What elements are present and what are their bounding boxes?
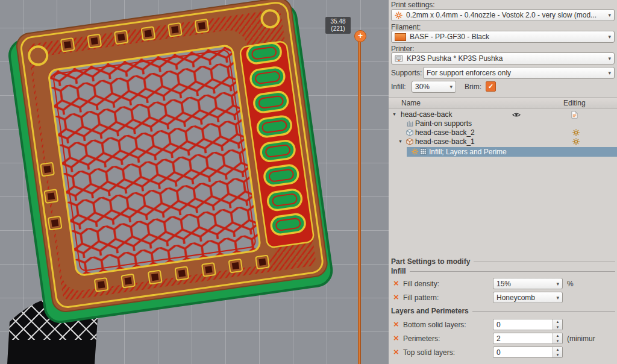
- print-settings-label: Print settings:: [391, 1, 435, 9]
- object-name: Paint-on supports: [415, 119, 472, 128]
- bottom-solid-layers-value: 0: [493, 321, 553, 329]
- top-solid-layers-label: Top solid layers:: [403, 348, 455, 357]
- fill-density-value: 15%: [496, 280, 554, 288]
- brim-label: Brim:: [465, 83, 481, 91]
- perimeters-input[interactable]: 2 ▲▼: [493, 333, 563, 344]
- tree-row-settings-selected[interactable]: Infill; Layers and Perime: [407, 147, 617, 157]
- bottom-solid-layers-label: Bottom solid layers:: [403, 321, 466, 329]
- filament-value: BASF - PP-GF30 - Black: [410, 33, 606, 41]
- infill-section-header: Infill: [391, 267, 615, 275]
- printer-icon: [395, 55, 403, 62]
- object-list-header: Name Editing: [389, 97, 617, 108]
- tree-row-object[interactable]: ▼ head-case-back: [389, 110, 617, 119]
- name-column-header: Name: [401, 99, 421, 107]
- perimeters-label: Perimeters:: [403, 334, 440, 343]
- infill-value: 30%: [415, 83, 448, 91]
- perimeters-row: × Perimeters: 2 ▲▼ (minimur: [393, 333, 617, 345]
- supports-icon: [407, 120, 413, 127]
- chevron-down-icon: ▾: [606, 70, 613, 76]
- brim-checkbox[interactable]: ✓: [486, 81, 496, 92]
- gear-icon[interactable]: [572, 129, 580, 136]
- part-settings-title: Part Settings to modify: [391, 257, 470, 266]
- chevron-down-icon: ▾: [554, 295, 561, 301]
- settings-item-label: Infill; Layers and Perime: [429, 148, 507, 156]
- layer-slider-tooltip: 35.48 (221): [325, 17, 351, 34]
- spinner-buttons[interactable]: ▲▼: [553, 333, 562, 344]
- cube-icon: [406, 138, 413, 145]
- layer-slider-handle[interactable]: +: [354, 30, 366, 42]
- layers-section-title: Layers and Perimeters: [391, 307, 469, 315]
- expander-icon[interactable]: ▼: [398, 139, 402, 143]
- printer-label: Printer:: [391, 45, 415, 53]
- fill-pattern-value: Honeycomb: [496, 293, 554, 302]
- fill-density-label: Fill density:: [403, 280, 439, 288]
- chevron-down-icon: ▾: [554, 281, 561, 287]
- cube-icon: [406, 129, 413, 136]
- editing-column-header: Editing: [563, 99, 586, 107]
- remove-setting-icon[interactable]: ×: [393, 292, 399, 302]
- object-name: head-case-back: [401, 110, 452, 119]
- fill-pattern-select[interactable]: Honeycomb ▾: [493, 292, 563, 303]
- gear-icon: [412, 148, 418, 155]
- fill-density-select[interactable]: 15% ▾: [493, 278, 563, 289]
- chevron-down-icon: ▾: [448, 84, 454, 90]
- infill-select[interactable]: 30% ▾: [412, 81, 456, 93]
- print-settings-gear-icon: [395, 11, 402, 19]
- chevron-down-icon: ▾: [606, 12, 613, 18]
- settings-panel: Print settings: 0.2mm x 0.4mm - 0.4nozzl…: [389, 0, 617, 364]
- layers-table-icon: [420, 148, 427, 155]
- part-settings-header: Part Settings to modify: [391, 257, 615, 266]
- filament-color-swatch-icon: [395, 33, 406, 41]
- layer-height-value: 35.48: [325, 18, 351, 25]
- chevron-down-icon: ▾: [606, 55, 613, 61]
- fill-density-unit: %: [567, 280, 574, 288]
- layer-number-value: (221): [325, 25, 351, 33]
- top-solid-layers-input[interactable]: 0 ▲▼: [493, 347, 563, 358]
- sliced-model: [7, 0, 333, 324]
- supports-value: For support enforcers only: [427, 69, 606, 77]
- remove-setting-icon[interactable]: ×: [393, 333, 399, 343]
- bottom-solid-layers-row: × Bottom solid layers: 0 ▲▼: [393, 319, 617, 331]
- infill-section-title: Infill: [391, 267, 406, 275]
- expander-icon[interactable]: ▼: [392, 112, 396, 116]
- perimeters-value: 2: [493, 334, 553, 343]
- fill-pattern-row: × Fill pattern: Honeycomb ▾: [393, 292, 617, 304]
- layer-editing-doc-icon[interactable]: [571, 111, 578, 119]
- spinner-buttons[interactable]: ▲▼: [553, 347, 562, 357]
- perimeters-note: (minimur: [567, 334, 595, 343]
- print-settings-select[interactable]: 0.2mm x 0.4mm - 0.4nozzle - Vostok 2.0 -…: [391, 9, 615, 21]
- gcode-preview: [0, 0, 389, 364]
- chevron-down-icon: ▾: [606, 34, 613, 40]
- object-name: head-case-back_1: [415, 137, 475, 146]
- supports-label: Supports:: [391, 69, 422, 77]
- eye-icon[interactable]: [512, 112, 521, 118]
- filament-label: Filament:: [391, 23, 421, 31]
- infill-label: Infill:: [391, 83, 406, 91]
- printer-select[interactable]: KP3S Pushka * KP3S Pushka ▾: [391, 52, 615, 64]
- object-name: head-case-back_2: [415, 128, 475, 137]
- gear-icon[interactable]: [572, 138, 580, 145]
- 3d-viewport[interactable]: + 35.48 (221): [0, 0, 389, 364]
- spinner-buttons[interactable]: ▲▼: [553, 319, 562, 330]
- remove-setting-icon[interactable]: ×: [393, 319, 399, 329]
- top-solid-layers-row: × Top solid layers: 0 ▲▼: [393, 347, 617, 359]
- tree-row-part-2[interactable]: head-case-back_2: [389, 128, 617, 137]
- fill-density-row: × Fill density: 15% ▾ %: [393, 278, 617, 290]
- filament-select[interactable]: BASF - PP-GF30 - Black ▾: [391, 31, 615, 43]
- remove-setting-icon[interactable]: ×: [393, 278, 399, 288]
- bottom-solid-layers-input[interactable]: 0 ▲▼: [493, 319, 563, 330]
- remove-setting-icon[interactable]: ×: [393, 347, 399, 357]
- layers-section-header: Layers and Perimeters: [391, 307, 615, 315]
- top-solid-layers-value: 0: [493, 348, 553, 357]
- fill-pattern-label: Fill pattern:: [403, 293, 439, 302]
- tree-row-paint-on-supports[interactable]: Paint-on supports: [389, 119, 617, 128]
- print-settings-value: 0.2mm x 0.4mm - 0.4nozzle - Vostok 2.0 -…: [406, 11, 606, 19]
- printer-value: KP3S Pushka * KP3S Pushka: [407, 54, 606, 63]
- layer-slider-track[interactable]: [358, 37, 361, 364]
- tree-row-part-1[interactable]: ▼ head-case-back_1: [389, 137, 617, 146]
- supports-select[interactable]: For support enforcers only ▾: [423, 67, 615, 79]
